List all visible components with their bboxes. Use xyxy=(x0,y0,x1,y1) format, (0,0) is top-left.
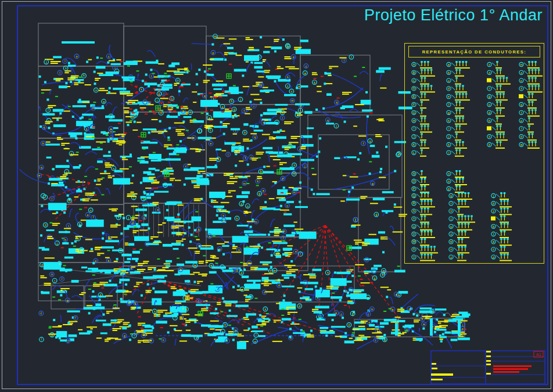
cad-sheet: osibmjfqshcpqjinuofqlsfcjcihkqfsicbhjbif… xyxy=(0,0,553,392)
svg-text:A1: A1 xyxy=(536,353,541,357)
title-block: A1 xyxy=(0,0,553,392)
